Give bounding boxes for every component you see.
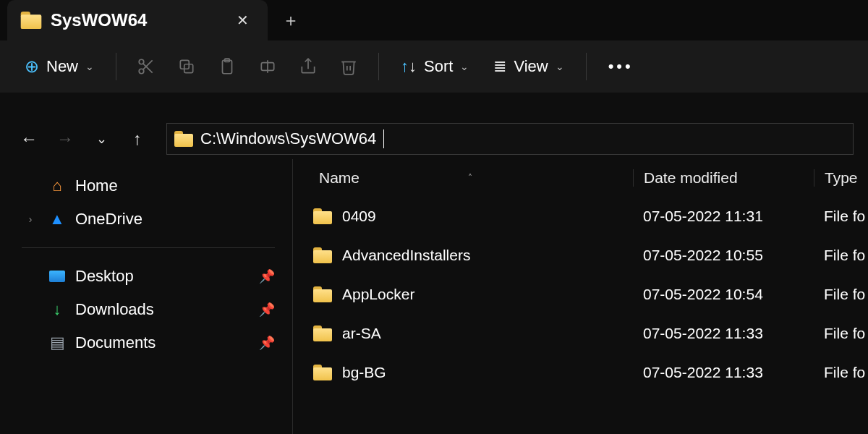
column-header-type[interactable]: Type [814, 169, 868, 187]
svg-point-1 [139, 69, 144, 74]
sort-button[interactable]: ↑↓ Sort ⌄ [391, 51, 479, 82]
chevron-right-icon[interactable]: › [22, 213, 39, 225]
file-list: Name ˄ Date modified Type 040907-05-2022… [293, 159, 868, 434]
sidebar-item-onedrive[interactable]: › ▲ OneDrive [17, 203, 279, 236]
chevron-down-icon: ⌄ [460, 61, 469, 72]
nav-bar: ← → ⌄ ↑ C:\Windows\SysWOW64 [0, 119, 868, 159]
cloud-icon: ▲ [48, 210, 67, 229]
file-date: 07-05-2022 11:33 [633, 364, 814, 381]
trash-icon [339, 57, 358, 76]
plus-circle-icon: ⊕ [25, 56, 39, 77]
file-name: bg-BG [342, 364, 386, 381]
download-icon: ↓ [48, 300, 67, 319]
file-type: File fo [814, 247, 868, 264]
table-row[interactable]: AppLocker07-05-2022 10:54File fo [293, 275, 868, 314]
chevron-down-icon: ⌄ [85, 61, 94, 72]
sidebar-item-desktop[interactable]: Desktop 📌 [17, 260, 279, 293]
separator [22, 247, 275, 248]
file-name: ar-SA [342, 325, 381, 342]
file-type: File fo [814, 364, 868, 381]
sidebar-item-home[interactable]: ⌂ Home [17, 169, 279, 203]
file-name: AppLocker [342, 286, 414, 303]
sidebar-label: Home [75, 176, 118, 195]
active-tab[interactable]: SysWOW64 ✕ [7, 0, 268, 41]
file-name: 0409 [342, 208, 376, 225]
folder-icon [313, 286, 332, 302]
address-bar[interactable]: C:\Windows\SysWOW64 [166, 123, 854, 155]
separator [586, 53, 587, 80]
scissors-icon [137, 57, 156, 76]
share-icon [299, 57, 318, 76]
new-tab-button[interactable]: ＋ [268, 9, 314, 32]
folder-icon [174, 131, 193, 147]
pin-icon: 📌 [259, 335, 275, 351]
file-date: 07-05-2022 11:33 [633, 325, 814, 342]
folder-icon [313, 208, 332, 224]
more-button[interactable]: ••• [598, 51, 644, 82]
pin-icon: 📌 [259, 268, 275, 284]
column-label: Date modified [644, 169, 738, 186]
recent-locations-button[interactable]: ⌄ [87, 124, 116, 153]
column-header-name[interactable]: Name ˄ [293, 169, 633, 187]
close-tab-button[interactable]: ✕ [232, 7, 253, 33]
copy-icon [177, 57, 196, 76]
folder-icon [22, 12, 41, 28]
tab-strip: SysWOW64 ✕ ＋ [0, 0, 868, 41]
paste-button[interactable] [209, 48, 245, 85]
file-name: AdvancedInstallers [342, 247, 470, 264]
ellipsis-icon: ••• [608, 57, 634, 76]
separator [116, 53, 116, 80]
spacer [0, 93, 868, 119]
svg-point-0 [139, 59, 144, 64]
new-button[interactable]: ⊕ New ⌄ [14, 51, 104, 82]
tab-title: SysWOW64 [51, 10, 222, 30]
rename-icon [258, 57, 277, 76]
list-icon: ≣ [493, 57, 506, 76]
cut-button[interactable] [128, 48, 164, 85]
sidebar-label: Downloads [75, 300, 154, 319]
forward-button[interactable]: → [51, 124, 80, 153]
sidebar-item-documents[interactable]: ▤ Documents 📌 [17, 326, 279, 359]
sort-asc-icon: ˄ [468, 173, 472, 183]
column-label: Name [319, 169, 359, 187]
table-row[interactable]: bg-BG07-05-2022 11:33File fo [293, 353, 868, 392]
pin-icon: 📌 [259, 302, 275, 318]
share-button[interactable] [290, 48, 326, 85]
delete-button[interactable] [331, 48, 367, 85]
nav-pane: ⌂ Home › ▲ OneDrive Desktop 📌 ↓ Download… [0, 159, 293, 434]
sidebar-item-downloads[interactable]: ↓ Downloads 📌 [17, 293, 279, 326]
text-caret [383, 129, 384, 148]
folder-icon [313, 365, 332, 380]
table-row[interactable]: AdvancedInstallers07-05-2022 10:55File f… [293, 236, 868, 275]
file-date: 07-05-2022 11:31 [633, 208, 814, 225]
address-text: C:\Windows\SysWOW64 [200, 129, 376, 148]
sidebar-label: OneDrive [75, 210, 142, 229]
back-button[interactable]: ← [14, 124, 43, 153]
file-type: File fo [814, 286, 868, 303]
command-bar: ⊕ New ⌄ ↑↓ Sort ⌄ ≣ View ⌄ ••• [0, 41, 868, 93]
clipboard-icon [218, 57, 237, 76]
sidebar-label: Desktop [75, 267, 134, 286]
copy-button[interactable] [169, 48, 205, 85]
rename-button[interactable] [250, 48, 286, 85]
sort-icon: ↑↓ [401, 57, 417, 76]
up-button[interactable]: ↑ [123, 124, 152, 153]
file-date: 07-05-2022 10:55 [633, 247, 814, 264]
view-button[interactable]: ≣ View ⌄ [483, 51, 574, 82]
view-label: View [514, 57, 548, 76]
table-row[interactable]: ar-SA07-05-2022 11:33File fo [293, 314, 868, 353]
file-type: File fo [814, 325, 868, 342]
folder-icon [313, 247, 332, 263]
file-type: File fo [814, 208, 868, 225]
column-label: Type [825, 169, 858, 186]
document-icon: ▤ [48, 333, 67, 352]
sidebar-label: Documents [75, 333, 156, 352]
sort-label: Sort [424, 57, 453, 76]
new-label: New [46, 57, 78, 76]
chevron-down-icon: ⌄ [556, 61, 564, 72]
column-headers: Name ˄ Date modified Type [293, 159, 868, 197]
table-row[interactable]: 040907-05-2022 11:31File fo [293, 197, 868, 236]
column-header-date[interactable]: Date modified [633, 169, 814, 187]
separator [378, 53, 379, 80]
desktop-icon [48, 271, 67, 282]
